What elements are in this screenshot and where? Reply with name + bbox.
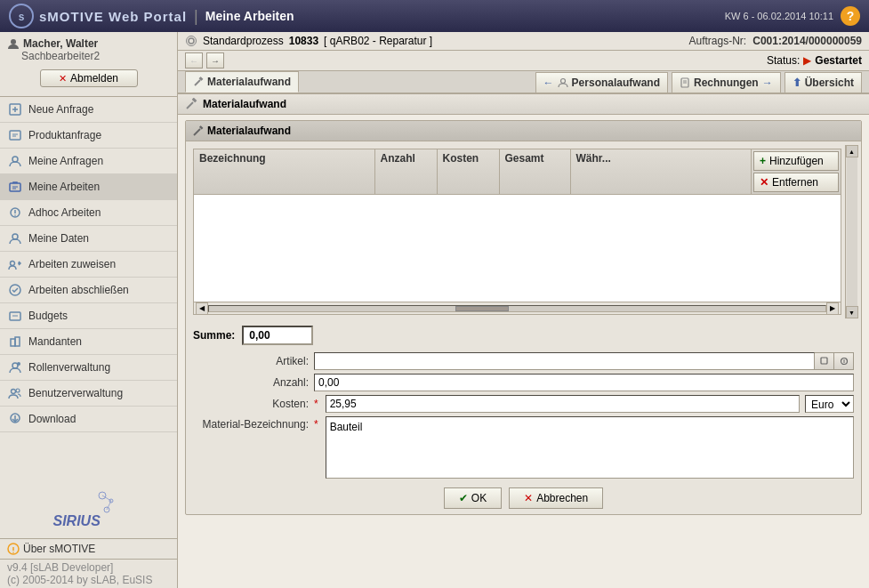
meine-daten-icon — [7, 230, 23, 246]
benutzerverwaltung-icon — [7, 385, 23, 401]
currency-select[interactable]: Euro USD CHF — [805, 395, 854, 413]
vertical-scrollbar[interactable]: ▲ ▼ — [845, 145, 857, 318]
svg-point-24 — [17, 362, 20, 366]
svg-line-45 — [187, 102, 193, 109]
nav-label: Arbeiten abschließen — [28, 284, 129, 296]
x-icon: ✕ — [59, 73, 67, 85]
meine-anfragen-icon — [7, 153, 23, 169]
vscroll-up[interactable]: ▲ — [846, 145, 858, 157]
svg-point-15 — [14, 214, 16, 216]
logo-icon: s — [9, 4, 34, 28]
artikel-input[interactable] — [314, 352, 815, 370]
col-bezeichnung: Bezeichnung — [194, 149, 375, 194]
process-code: [ qARB02 - Reparatur ] — [324, 35, 432, 47]
sidebar-item-arbeiten-zuweisen[interactable]: Arbeiten zuweisen — [0, 252, 177, 278]
inner-hammer-icon — [193, 125, 204, 136]
svg-point-38 — [187, 36, 197, 46]
inner-section-title: Materialaufwand — [207, 125, 291, 137]
svg-point-26 — [16, 389, 20, 392]
hinzufugen-button[interactable]: + Hinzufügen — [753, 151, 839, 171]
nav-label: Meine Daten — [28, 232, 89, 245]
summe-label: Summe: — [193, 329, 235, 342]
sidebar-item-benutzerverwaltung[interactable]: Benutzerverwaltung — [0, 381, 177, 407]
status-value: Gestartet — [815, 54, 862, 67]
sirius-text: SIRIUS — [53, 513, 101, 529]
sidebar-item-download[interactable]: Download — [0, 407, 177, 432]
table-action-buttons: + Hinzufügen ✕ Entfernen — [752, 149, 841, 194]
svg-point-41 — [560, 78, 565, 83]
about-button[interactable]: Über sMOTIVE — [0, 538, 177, 559]
sidebar-item-mandanten[interactable]: Mandanten — [0, 329, 177, 355]
sidebar-item-adhoc-arbeiten[interactable]: Adhoc Arbeiten — [0, 200, 177, 226]
nav-label: Meine Anfragen — [28, 155, 103, 167]
tab-materialaufwand[interactable]: Materialaufwand — [185, 71, 299, 93]
horizontal-scrollbar[interactable]: ◀ ▶ — [194, 302, 841, 314]
material-required: * — [314, 418, 318, 431]
adhoc-icon — [7, 205, 23, 221]
table-body — [194, 195, 841, 302]
x-remove-icon: ✕ — [760, 176, 768, 189]
logout-button[interactable]: ✕ Abmelden — [40, 69, 138, 87]
nav-label: Meine Arbeiten — [28, 181, 100, 193]
nav-label: Benutzerverwaltung — [28, 387, 123, 399]
svg-point-36 — [12, 552, 14, 553]
vscroll-track — [847, 157, 857, 306]
entfernen-button[interactable]: ✕ Entfernen — [753, 173, 839, 192]
page-title: Meine Arbeiten — [205, 9, 294, 23]
scroll-thumb[interactable] — [455, 306, 509, 311]
sidebar-item-neue-anfrage[interactable]: Neue Anfrage — [0, 97, 177, 123]
tab-personalaufwand[interactable]: ← Personalaufwand — [535, 72, 668, 93]
artikel-search-btn[interactable] — [815, 352, 834, 370]
kosten-required: * — [314, 398, 318, 410]
meine-arbeiten-icon — [7, 179, 23, 195]
cancel-button[interactable]: ✕ Abbrechen — [509, 487, 603, 509]
ok-checkmark: ✔ — [459, 492, 468, 504]
tab-ubersicht[interactable]: ⬆ Übersicht — [785, 72, 862, 93]
warning-icon — [7, 543, 20, 555]
svg-text:s: s — [19, 11, 25, 23]
ok-button[interactable]: ✔ OK — [444, 487, 502, 509]
nav-label: Budgets — [28, 310, 68, 322]
nav-label: Rollenverwaltung — [28, 361, 110, 374]
mandanten-icon — [7, 334, 23, 350]
version-info: v9.4 [sLAB Developer] (c) 2005-2014 by s… — [0, 559, 177, 588]
svg-line-32 — [102, 495, 111, 501]
anzahl-input[interactable] — [314, 374, 854, 391]
forward-arrow[interactable]: → — [206, 52, 224, 68]
hammer-icon — [193, 77, 204, 87]
scroll-left-arrow[interactable]: ◀ — [196, 302, 208, 315]
sidebar-item-meine-anfragen[interactable]: Meine Anfragen — [0, 149, 177, 174]
nav-label: Arbeiten zuweisen — [28, 258, 116, 270]
svg-rect-22 — [15, 337, 20, 346]
play-icon: ▶ — [803, 54, 811, 67]
back-arrow[interactable]: ← — [185, 52, 203, 68]
sidebar-item-meine-daten[interactable]: Meine Daten — [0, 226, 177, 252]
rollenverwaltung-icon — [7, 359, 23, 375]
sidebar-item-budgets[interactable]: Budgets — [0, 303, 177, 329]
sidebar-item-meine-arbeiten[interactable]: Meine Arbeiten — [0, 174, 177, 200]
nav-label: Adhoc Arbeiten — [28, 206, 101, 219]
scroll-track[interactable] — [208, 305, 826, 312]
gear-icon — [185, 35, 197, 47]
user-icon — [7, 37, 20, 50]
sidebar-item-produktanfrage[interactable]: Produktanfrage — [0, 123, 177, 149]
artikel-label: Artikel: — [193, 355, 309, 367]
help-button[interactable]: ? — [841, 6, 860, 26]
svg-point-25 — [12, 390, 16, 394]
user-role: Sachbearbeiter2 — [7, 50, 170, 62]
budgets-icon — [7, 308, 23, 324]
section-hammer-icon — [185, 98, 197, 110]
svg-point-16 — [12, 234, 18, 239]
process-prefix: Standardprozess — [203, 35, 284, 47]
artikel-browse-btn[interactable] — [834, 352, 854, 370]
sidebar-item-arbeiten-abschliessen[interactable]: Arbeiten abschließen — [0, 278, 177, 303]
search-icon — [820, 357, 829, 366]
tab-rechnungen[interactable]: Rechnungen → — [672, 72, 781, 93]
nav-label: Produktanfrage — [28, 129, 101, 141]
scroll-right-arrow[interactable]: ▶ — [826, 302, 839, 315]
sidebar-item-rollenverwaltung[interactable]: Rollenverwaltung — [0, 355, 177, 381]
kosten-input[interactable] — [326, 395, 800, 413]
material-textarea[interactable]: Bauteil — [326, 416, 854, 479]
abschliessen-icon — [7, 282, 23, 298]
vscroll-down[interactable]: ▼ — [846, 306, 858, 318]
